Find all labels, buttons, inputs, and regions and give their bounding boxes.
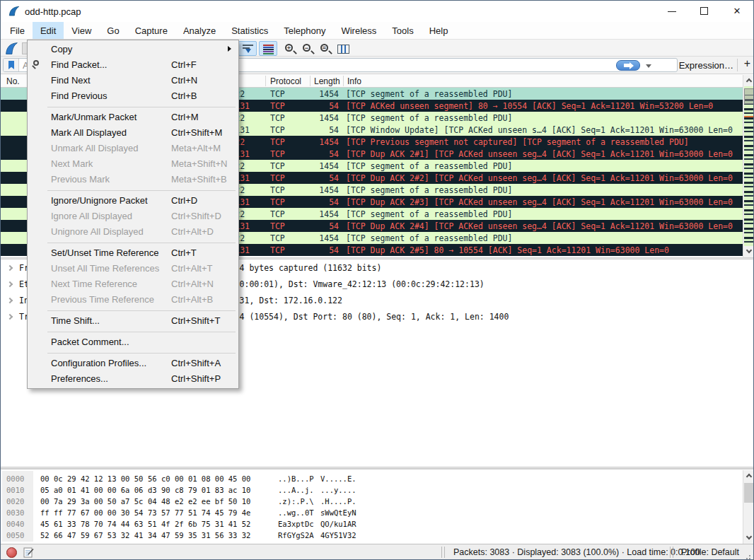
column-length[interactable]: Length bbox=[314, 76, 340, 86]
menu-bar-item[interactable]: Go bbox=[99, 22, 127, 39]
menu-separator bbox=[28, 187, 238, 193]
scrollbar-minimap[interactable] bbox=[744, 86, 754, 246]
scroll-up-button[interactable] bbox=[743, 75, 754, 86]
minimize-icon bbox=[668, 11, 676, 12]
status-bar: Packets: 3083 · Displayed: 3083 (100.0%)… bbox=[1, 544, 753, 560]
menu-bar: File Edit View Go Capture Analyze Statis… bbox=[1, 22, 753, 39]
partial-toolbar-icon bbox=[22, 42, 27, 54]
minimize-button[interactable] bbox=[656, 1, 688, 22]
edit-menu-item[interactable]: Find Next Ctrl+N bbox=[28, 73, 238, 88]
profile-label[interactable]: Profile: Default bbox=[681, 547, 739, 557]
zoom-out-button[interactable]: − bbox=[298, 41, 317, 56]
start-capture-fin-icon[interactable] bbox=[4, 41, 19, 56]
hex-row[interactable]: 0040 45 61 33 78 70 74 44 63 51 4f 2f 6b… bbox=[1, 518, 743, 530]
resize-grip[interactable] bbox=[746, 553, 752, 559]
window-title: odd-http.pcap bbox=[25, 6, 81, 17]
chevron-down-icon bbox=[746, 534, 752, 539]
menu-bar-item[interactable]: Statistics bbox=[224, 22, 276, 39]
zoom-in-button[interactable]: + bbox=[281, 41, 299, 56]
edit-menu-item[interactable]: Copy bbox=[28, 42, 238, 57]
title-bar: odd-http.pcap ✕ bbox=[1, 1, 753, 22]
zoom-normal-button[interactable]: = bbox=[316, 41, 335, 56]
bookmark-icon bbox=[8, 61, 14, 69]
hex-row[interactable]: 0050 52 66 47 59 67 53 32 41 34 47 59 35… bbox=[1, 530, 743, 541]
menu-bar-item[interactable]: Tools bbox=[384, 22, 421, 39]
add-filter-button[interactable]: + bbox=[744, 57, 750, 70]
edit-menu-item[interactable]: Previous Time Reference Ctrl+Alt+B bbox=[28, 292, 238, 308]
edit-menu-item[interactable]: Find Packet... Ctrl+F bbox=[28, 57, 238, 73]
maximize-icon bbox=[700, 7, 708, 15]
wireshark-window: odd-http.pcap ✕ File Edit View Go Captur… bbox=[0, 0, 754, 560]
hex-scroll-down-button[interactable] bbox=[743, 532, 754, 544]
expand-chevron-icon[interactable] bbox=[7, 314, 13, 320]
zoom-normal-icon: = bbox=[320, 44, 328, 52]
menu-separator bbox=[28, 329, 238, 334]
filter-bar-separator bbox=[737, 59, 738, 71]
hex-dump-pane: 0000 00 0c 29 42 12 13 00 50 56 c0 00 01… bbox=[1, 469, 753, 544]
chevron-up-icon bbox=[746, 474, 752, 479]
column-no[interactable]: No. bbox=[6, 76, 20, 86]
menu-bar-item[interactable]: Help bbox=[422, 22, 456, 39]
close-button[interactable]: ✕ bbox=[721, 1, 753, 22]
menu-bar-item[interactable]: Capture bbox=[127, 22, 175, 39]
edit-menu-item[interactable]: Ignore/Unignore Packet Ctrl+D bbox=[28, 193, 238, 209]
edit-menu-item[interactable]: Unignore All Displayed Ctrl+Alt+D bbox=[28, 224, 238, 240]
edit-menu-item[interactable]: Set/Unset Time Reference Ctrl+T bbox=[28, 245, 238, 261]
hex-row[interactable]: 0020 00 7a 29 3a 00 50 a7 5c 04 48 e2 e2… bbox=[1, 496, 743, 507]
filter-dropdown-caret-icon[interactable] bbox=[646, 64, 651, 68]
packet-list-scrollbar[interactable] bbox=[743, 75, 754, 257]
expression-button[interactable]: Expression… bbox=[679, 60, 733, 71]
edit-menu-item[interactable]: Packet Comment... bbox=[28, 334, 238, 350]
menu-separator bbox=[28, 308, 238, 313]
edit-menu-item[interactable]: Unset All Time References Ctrl+Alt+T bbox=[28, 261, 238, 276]
find-icon bbox=[33, 60, 39, 66]
edit-menu-item[interactable]: Ignore All Displayed Ctrl+Shift+D bbox=[28, 209, 238, 224]
chevron-up-icon bbox=[746, 78, 752, 84]
menu-bar-item[interactable]: File bbox=[2, 22, 33, 39]
apply-filter-button[interactable] bbox=[616, 60, 640, 71]
hex-row[interactable]: 0000 00 0c 29 42 12 13 00 50 56 c0 00 01… bbox=[1, 473, 743, 484]
expand-chevron-icon[interactable] bbox=[7, 281, 13, 287]
menu-bar-item[interactable]: View bbox=[64, 22, 99, 39]
edit-menu-item[interactable]: Next Mark Meta+Shift+N bbox=[28, 156, 238, 172]
edit-menu-item[interactable]: Time Shift... Ctrl+Shift+T bbox=[28, 313, 238, 329]
maximize-button[interactable] bbox=[688, 1, 721, 22]
submenu-arrow-icon bbox=[228, 46, 231, 52]
edit-menu-item[interactable]: Preferences... Ctrl+Shift+P bbox=[28, 371, 238, 387]
edit-menu-item[interactable]: Unmark All Displayed Meta+Alt+M bbox=[28, 141, 238, 156]
hex-row[interactable]: 0030 ff ff 77 67 00 00 30 54 73 57 77 51… bbox=[1, 507, 743, 518]
column-protocol[interactable]: Protocol bbox=[270, 76, 301, 86]
scrollbar-slider[interactable] bbox=[744, 88, 754, 104]
menu-bar-item[interactable]: Telephony bbox=[276, 22, 333, 39]
menu-bar-item[interactable]: Wireless bbox=[333, 22, 384, 39]
wireshark-fin-icon bbox=[8, 5, 21, 18]
expert-info-icon[interactable] bbox=[6, 547, 17, 558]
hex-row[interactable]: 0010 05 a0 01 41 00 00 6a 06 d3 90 c8 79… bbox=[1, 484, 743, 496]
resize-columns-button[interactable] bbox=[334, 41, 352, 56]
edit-menu-item[interactable]: Configuration Profiles... Ctrl+Shift+A bbox=[28, 356, 238, 371]
column-info[interactable]: Info bbox=[347, 76, 361, 86]
menu-bar-item[interactable]: Edit bbox=[33, 22, 64, 39]
menu-bar-item[interactable]: Analyze bbox=[175, 22, 224, 39]
close-icon: ✕ bbox=[733, 6, 741, 16]
hex-scroll-up-button[interactable] bbox=[743, 470, 754, 482]
auto-scroll-icon bbox=[243, 45, 253, 53]
hex-scrollbar-slider[interactable] bbox=[744, 483, 754, 503]
edit-menu-item[interactable]: Previous Mark Meta+Shift+B bbox=[28, 172, 238, 187]
filter-bookmark-button[interactable] bbox=[4, 59, 19, 71]
edit-menu-item[interactable]: Find Previous Ctrl+B bbox=[28, 88, 238, 104]
edit-menu-item[interactable]: Mark All Displayed Ctrl+Shift+M bbox=[28, 125, 238, 141]
expand-chevron-icon[interactable] bbox=[7, 265, 13, 271]
colorize-button[interactable] bbox=[259, 41, 277, 56]
zoom-out-icon: − bbox=[303, 44, 311, 52]
hex-scrollbar[interactable] bbox=[743, 470, 754, 544]
scroll-down-button[interactable] bbox=[743, 246, 754, 257]
menu-separator bbox=[28, 350, 238, 356]
capture-comment-icon[interactable] bbox=[23, 547, 34, 558]
edit-menu-item[interactable]: Mark/Unmark Packet Ctrl+M bbox=[28, 110, 238, 125]
edit-menu: Copy Find Packet... Ctrl+F Find Next Ctr… bbox=[27, 40, 239, 389]
packet-stats: Packets: 3083 · Displayed: 3083 (100.0%)… bbox=[453, 547, 700, 557]
edit-menu-item[interactable]: Next Time Reference Ctrl+Alt+N bbox=[28, 276, 238, 292]
expand-chevron-icon[interactable] bbox=[7, 298, 13, 303]
auto-scroll-button[interactable] bbox=[238, 41, 257, 56]
